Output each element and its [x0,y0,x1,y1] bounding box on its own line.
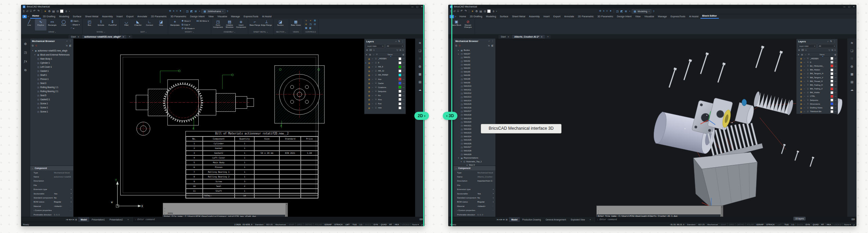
property-row[interactable]: Description [30,179,73,183]
layer-color-swatch[interactable] [398,82,401,85]
left-rail-icon[interactable]: ⧉ [24,68,26,72]
current-layer-field[interactable]: 0 [492,10,495,13]
tree-item[interactable]: ◳ NAU020 [454,120,495,124]
layer-on-icon[interactable]: ◍ [800,69,802,71]
ribbon-tab[interactable]: 3D Parametric [169,15,188,19]
properties-header[interactable]: Component [35,167,47,169]
layer-linetype[interactable]: — [402,94,405,97]
right-rail-icon[interactable]: ▦ [850,72,853,76]
ribbon-tab[interactable]: Modeling [57,15,71,19]
ribbon-button[interactable]: ⊟ [313,23,317,26]
ribbon-button[interactable]: ⌖ [309,19,313,23]
tree-item[interactable]: ◳ NAU05 [454,70,495,74]
qat-icon[interactable]: ⊡ [484,10,486,13]
layer-lock-icon[interactable]: ⌸ [807,76,809,79]
browser-tool-icon[interactable]: ⧉ [32,44,34,47]
property-row[interactable]: Standard component No ▾ [30,195,73,199]
layer-freeze-icon[interactable]: ☼ [371,82,374,84]
ribbon-tab[interactable]: Insert [541,15,551,19]
property-control-icon[interactable]: ▾ [492,192,494,194]
layer-freeze-icon[interactable]: ☼ [803,72,806,75]
ribbon-button[interactable]: ▦ [304,26,309,30]
close-icon[interactable]: ✕ [508,36,509,38]
layer-linetype[interactable]: — [834,77,836,79]
snap-toolbar-icon[interactable]: ⌖ [603,9,605,13]
layer-row[interactable]: ◍ ☼ ⌸ Defpoints — [796,98,837,102]
browser-tool-icon[interactable]: ⇲ [66,44,68,47]
tree-item[interactable]: ◳ Seal:3 [30,81,73,85]
status-toggle[interactable]: TILE [351,223,358,226]
layer-linetype[interactable]: — [402,99,405,101]
layer-color-swatch[interactable] [398,57,401,60]
ribbon-button[interactable]: ◳ Form Component [212,19,224,30]
layer-freeze-icon[interactable]: ☼ [371,74,374,76]
expand-arrow-icon[interactable]: ▾ [458,157,460,159]
layer-on-icon[interactable]: ◍ [800,91,802,94]
current-layer-field[interactable]: 0 [65,10,67,13]
layer-freeze-icon[interactable]: ☼ [803,77,806,79]
qat-icon[interactable]: ▱ [453,9,455,13]
ribbon-tab[interactable]: ExpressTools [669,15,687,19]
tree-item[interactable]: ◳ Seal:5 [30,93,73,97]
layer-freeze-icon[interactable]: ☼ [803,65,806,67]
layer-linetype[interactable]: — [834,65,836,67]
visual-style-dropdown[interactable]: ▦ 2dWireframe ▾ [201,9,225,14]
ribbon-button[interactable]: ⌗ [304,19,309,23]
layer-linetype[interactable]: — [402,82,405,84]
property-row[interactable]: Extension type ▾ [30,187,73,191]
layer-on-icon[interactable]: ◍ [368,58,370,60]
status-toggle[interactable]: 1:1 [790,223,795,226]
search-icon[interactable]: ⌕ [455,15,456,18]
status-toggle[interactable]: LOCKUI [832,223,843,226]
status-toggle[interactable]: HKA [393,223,400,226]
snap-toolbar-icon[interactable]: ⌗ [606,9,608,13]
tree-item[interactable]: ◳ NAU09 [454,81,495,84]
view-toolbar-icon[interactable]: ◩ [620,10,623,13]
layer-row[interactable]: ◍ ☼ ⌸ Fin — [364,93,406,98]
right-rail-icon[interactable]: ∷ [851,57,853,60]
status-toggle[interactable]: ORTHO [303,223,313,226]
layer-lock-icon[interactable]: ⌸ [375,94,377,97]
layer-lock-icon[interactable]: ⌸ [375,86,377,88]
ribbon-tab[interactable]: Surface [71,15,83,19]
property-row[interactable]: BOM status Regular ▾ [454,200,495,204]
ribbon-tab[interactable]: View [206,15,216,19]
layer-freeze-icon[interactable]: ☼ [371,107,374,109]
layer-color-swatch[interactable] [398,90,401,93]
ribbon-button[interactable]: ⧉ Copy ▾ [181,23,195,26]
status-toggle[interactable]: None ▾ [843,223,852,226]
layer-color-swatch[interactable] [830,110,833,113]
layout-tab[interactable]: + [587,217,593,222]
ribbon-button[interactable]: ◡ Fillet [121,19,132,30]
layer-linetype[interactable]: — [402,78,405,80]
property-row[interactable]: Extension type ▾ [454,187,495,191]
ribbon-button[interactable]: ⇕ Push/Pull [107,19,118,30]
layer-color-swatch[interactable] [398,94,401,97]
layout-tab[interactable]: Model [509,217,520,222]
ribbon-button[interactable]: ⧈ Insert Component [235,19,247,30]
right-rail-icon[interactable]: ▦ [418,72,421,76]
property-row[interactable]: BOM status Regular ▾ [30,200,73,204]
layer-on-icon[interactable]: ◍ [368,78,370,80]
tree-item[interactable]: ◳ NAU016 [454,106,495,110]
ribbon-button[interactable]: ∟ Connect [144,19,155,30]
layer-color-swatch[interactable] [830,102,833,105]
tree-item[interactable]: ◳ NAU029 [454,152,495,156]
layer-linetype[interactable]: — [402,58,405,60]
tree-item[interactable]: ◳ NAU03 [454,63,495,66]
visual-style-dropdown[interactable]: ▦ Modeling ▾ [632,9,652,14]
layer-freeze-icon[interactable]: ☼ [803,88,806,90]
layer-on-icon[interactable]: ◍ [368,94,370,97]
layer-freeze-icon[interactable]: ☼ [803,95,806,97]
property-row[interactable]: › Custom properties ⋯ [454,208,495,212]
ribbon-tab[interactable]: Insert [115,15,124,19]
layer-lock-icon[interactable]: ⌸ [375,58,377,60]
panel-header-icon[interactable]: ⇅ [398,40,400,43]
ribbon-tab[interactable]: Sheet Metal [83,15,100,19]
tree-item[interactable]: ◳ NAU026 [454,142,495,145]
layer-on-icon[interactable]: ◍ [800,110,802,113]
layer-freeze-icon[interactable]: ☼ [803,110,806,112]
layer-freeze-icon[interactable]: ☼ [803,107,806,109]
layer-linetype[interactable]: — [834,84,836,86]
property-control-icon[interactable]: ▾ [492,201,494,203]
